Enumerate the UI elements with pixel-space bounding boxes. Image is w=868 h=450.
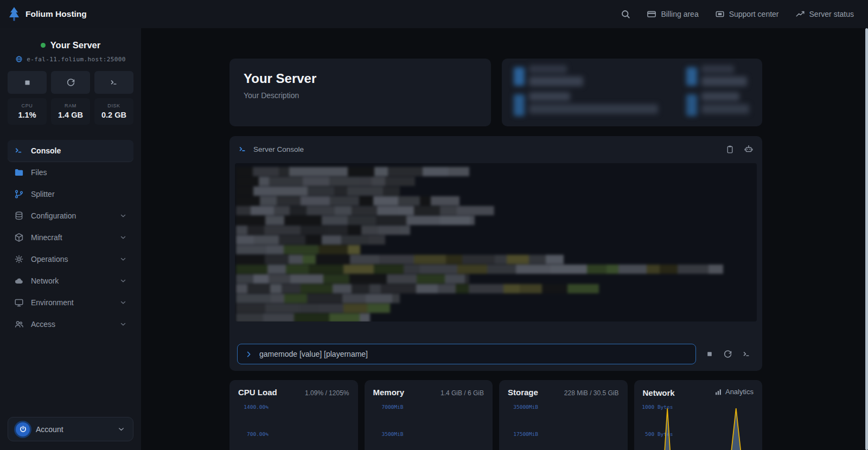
chevron-down-icon [119,320,127,328]
storage-card-title: Storage [508,388,538,397]
memory-card-title: Memory [373,388,405,397]
users-icon [14,319,24,329]
stop-icon [23,79,31,87]
storage-ytick-1: 35000MiB [506,404,538,410]
console-title: Server Console [253,145,304,153]
network-card-title: Network [643,388,675,397]
stop-icon[interactable] [706,350,713,358]
server-address-text: e-fal-11.folium.host:25000 [27,56,126,63]
stat-ram: RAM 1.4 GB [51,98,90,125]
stat-disk-value: 0.2 GB [94,111,133,119]
cpu-load-card: CPU Load 1.09% / 1205% 1400.00% 700.00% [229,380,358,450]
stat-cpu-value: 1.1% [8,111,47,119]
stop-button[interactable] [8,71,47,94]
storage-card-value: 228 MiB / 30.5 GiB [564,389,619,397]
sidebar-item-minecraft[interactable]: Minecraft [8,227,133,248]
server-console-card: Server Console [229,136,762,371]
server-stats: CPU 1.1% RAM 1.4 GB DISK 0.2 GB [8,98,133,125]
storage-card: Storage 228 MiB / 30.5 GiB 35000MiB 1750… [499,380,628,450]
page-title: Your Server [244,71,477,86]
search-icon[interactable] [621,9,630,19]
topnav-billing[interactable]: Billing area [647,9,698,19]
memory-card-value: 1.4 GiB / 6 GiB [441,389,484,397]
network-chart [642,405,758,450]
main-content: Your Server Your Description [141,28,868,450]
sidebar-item-access[interactable]: Access [8,313,133,335]
stat-ram-label: RAM [51,103,90,108]
branch-icon [14,189,24,199]
sidebar-item-environment[interactable]: Environment [8,292,133,313]
restart-icon[interactable] [723,350,732,359]
chevron-down-icon [119,299,127,306]
cpu-card-title: CPU Load [238,388,277,397]
nav-label: Environment [31,298,74,307]
nav-label: Minecraft [31,233,62,242]
chevron-down-icon [119,234,127,241]
stat-disk-label: DISK [94,103,133,108]
memory-card: Memory 1.4 GiB / 6 GiB 7000MiB 3500MiB [365,380,493,450]
analytics-link[interactable]: Analytics [714,388,754,396]
server-name: Your Server [50,40,100,50]
sidebar-item-files[interactable]: Files [8,162,133,183]
chevron-right-icon [245,350,253,358]
analytics-label: Analytics [725,388,754,396]
stat-disk: DISK 0.2 GB [94,98,133,125]
server-info-card: Your Server Your Description [229,59,491,126]
memory-ytick-2: 3500MiB [371,431,404,437]
gear-icon [14,254,24,264]
topnav-support[interactable]: Support center [715,9,779,19]
chevron-down-icon [119,255,127,263]
topnav-status-label: Server status [809,10,854,18]
redacted-console-text [236,167,757,322]
stat-ram-value: 1.4 GB [51,111,90,119]
terminal-icon [14,146,24,156]
ticket-icon [715,9,725,19]
console-output[interactable] [235,163,757,322]
sidebar-item-operations[interactable]: Operations [8,248,133,270]
clipboard-icon[interactable] [725,144,735,154]
nav-label: Access [31,320,55,329]
nav-label: Splitter [31,190,55,198]
chart-line-icon [795,9,805,19]
nav-label: Network [31,277,59,285]
page-scrollbar[interactable] [865,28,868,450]
terminal-icon[interactable] [742,350,751,359]
server-address[interactable]: e-fal-11.folium.host:25000 [8,55,133,63]
brand-logo[interactable]: Folium Hosting [8,7,87,22]
topnav-status[interactable]: Server status [795,9,854,19]
chevron-down-icon [119,277,127,285]
cpu-ytick-2: 700.00% [236,431,269,437]
sidebar-item-console[interactable]: Console [8,140,133,162]
allocation-card-redacted [502,59,762,126]
robot-icon[interactable] [744,144,754,154]
cpu-card-value: 1.09% / 1205% [305,389,349,397]
cloud-icon [14,276,24,286]
storage-ytick-2: 17500MiB [506,431,538,437]
chevron-down-icon [119,212,127,220]
network-card: Network Analytics 1000 Bytes 500 Bytes [634,380,763,450]
brand-name: Folium Hosting [25,9,87,19]
sidebar-item-network[interactable]: Network [8,270,133,292]
cpu-ytick-1: 1400.00% [236,404,269,410]
sidebar: Your Server e-fal-11.folium.host:25000 C… [0,28,141,450]
restart-button[interactable] [51,71,90,94]
terminal-icon [238,145,247,154]
console-button[interactable] [94,71,133,94]
restart-icon [66,78,75,87]
topnav-support-label: Support center [729,10,779,18]
nav-label: Operations [31,255,68,263]
monitor-icon [14,298,24,307]
pine-tree-icon [8,7,21,22]
sidebar-item-configuration[interactable]: Configuration [8,205,133,227]
folder-icon [14,168,24,177]
account-button[interactable]: Account [8,417,133,441]
command-input[interactable] [259,350,688,358]
account-label: Account [36,425,63,434]
sidebar-nav: Console Files Splitter Configuration [8,140,133,335]
database-icon [14,211,24,221]
globe-icon [15,55,23,63]
sidebar-item-splitter[interactable]: Splitter [8,183,133,205]
server-description: Your Description [244,91,477,100]
server-status-dot [41,43,46,48]
bar-chart-icon [714,388,722,396]
